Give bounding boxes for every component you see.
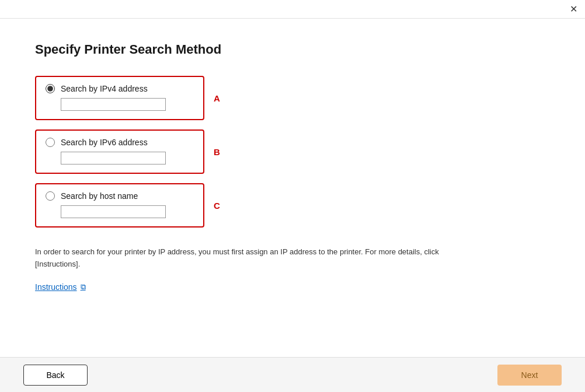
- input-ipv6[interactable]: [61, 152, 166, 164]
- back-button[interactable]: Back: [23, 365, 88, 386]
- option-label-ipv4: Search by IPv4 address: [61, 84, 148, 93]
- info-text: In order to search for your printer by I…: [35, 246, 473, 271]
- option-row-b: Search by IPv6 address B: [35, 130, 550, 174]
- option-box-ipv6: Search by IPv6 address: [35, 130, 204, 174]
- option-label-hostname: Search by host name: [61, 191, 138, 201]
- instructions-label: Instructions: [35, 282, 77, 292]
- title-bar: ✕: [0, 0, 585, 19]
- option-label-ipv6: Search by IPv6 address: [61, 138, 148, 147]
- next-button[interactable]: Next: [497, 365, 562, 386]
- option-row-a: Search by IPv4 address A: [35, 76, 550, 120]
- options-container: Search by IPv4 address A Search by IPv6 …: [35, 76, 550, 228]
- option-label-row-hostname: Search by host name: [46, 191, 194, 201]
- input-hostname[interactable]: [61, 205, 166, 218]
- option-label-row-ipv4: Search by IPv4 address: [46, 84, 194, 93]
- footer: Back Next: [0, 357, 585, 392]
- option-letter-b: B: [214, 147, 225, 157]
- option-label-row-ipv6: Search by IPv6 address: [46, 138, 194, 147]
- instructions-link[interactable]: Instructions ⧉: [35, 282, 550, 292]
- radio-hostname[interactable]: [46, 191, 55, 201]
- option-letter-c: C: [214, 201, 225, 211]
- option-letter-a: A: [214, 93, 225, 103]
- option-row-c: Search by host name C: [35, 183, 550, 228]
- option-box-hostname: Search by host name: [35, 183, 204, 228]
- content-area: Specify Printer Search Method Search by …: [0, 19, 585, 357]
- option-box-ipv4: Search by IPv4 address: [35, 76, 204, 120]
- radio-ipv4[interactable]: [46, 84, 55, 93]
- external-link-icon: ⧉: [81, 282, 86, 292]
- input-ipv4[interactable]: [61, 98, 166, 111]
- radio-ipv6[interactable]: [46, 138, 55, 147]
- page-title: Specify Printer Search Method: [35, 42, 550, 57]
- main-window: ✕ Specify Printer Search Method Search b…: [0, 0, 585, 392]
- close-button[interactable]: ✕: [566, 2, 580, 16]
